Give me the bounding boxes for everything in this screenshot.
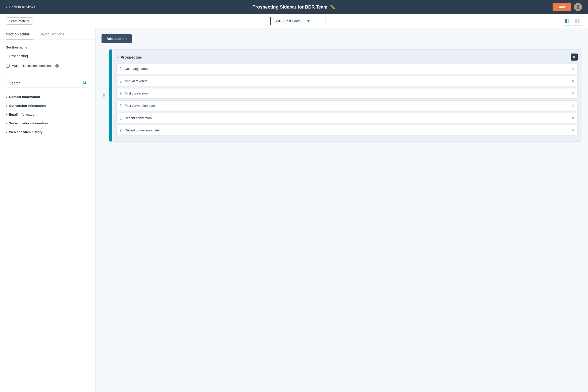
- svg-point-20: [120, 79, 121, 80]
- field-drag-icon: [120, 91, 123, 95]
- svg-point-42: [120, 119, 121, 120]
- dropdown-arrow-icon: ▾: [307, 18, 310, 24]
- category-web-analytics-history[interactable]: › Web analytics history: [6, 128, 89, 136]
- list-view-icon: [575, 19, 580, 23]
- field-drag-icon: [120, 79, 123, 83]
- svg-point-12: [103, 96, 104, 97]
- add-section-button[interactable]: Add section: [102, 34, 132, 43]
- svg-point-40: [120, 118, 121, 118]
- svg-point-48: [120, 131, 121, 132]
- right-panel: Add section ⌄: [95, 28, 588, 392]
- svg-point-29: [122, 93, 122, 94]
- left-panel: Section editor Saved Sections Section na…: [0, 28, 95, 392]
- svg-point-21: [122, 79, 122, 80]
- edit-title-icon[interactable]: ✏️: [330, 4, 335, 10]
- svg-point-16: [120, 68, 121, 69]
- back-arrow-icon: ‹: [6, 5, 7, 9]
- svg-point-45: [122, 129, 122, 129]
- svg-point-36: [120, 107, 121, 107]
- svg-point-28: [120, 93, 121, 94]
- svg-point-18: [120, 70, 121, 70]
- conditional-checkbox[interactable]: [6, 64, 10, 68]
- field-remove-first-conversion-date[interactable]: ✕: [571, 103, 574, 108]
- section-close-button[interactable]: ✕: [571, 54, 578, 61]
- chevron-right-icon: ›: [6, 95, 7, 99]
- sub-nav: Learn more ▾ BDR - East Coast ✕ ▾: [0, 14, 588, 28]
- top-nav-right: Save 👤: [553, 3, 582, 11]
- category-conversion-information[interactable]: › Conversion information: [6, 101, 89, 110]
- dropdown-area: BDR - East Coast ✕ ▾: [270, 17, 325, 25]
- back-to-views[interactable]: ‹ Back to all views: [6, 5, 35, 9]
- section-drag-handle[interactable]: [103, 93, 106, 98]
- page-title-area: Prospecting Sidebar for BDR Team ✏️: [252, 4, 335, 10]
- svg-point-9: [104, 93, 105, 94]
- svg-rect-1: [568, 19, 569, 21]
- chevron-right-icon: ›: [6, 122, 7, 125]
- svg-point-25: [122, 82, 122, 83]
- save-button[interactable]: Save: [553, 3, 571, 11]
- avatar: 👤: [574, 3, 582, 11]
- category-email-information[interactable]: › Email information: [6, 110, 89, 119]
- field-recent-conversion: Recent conversion ✕: [116, 113, 578, 123]
- svg-rect-0: [565, 19, 567, 23]
- section-card: ⌄ Prospecting ✕: [109, 49, 582, 142]
- section-name-label: Section name: [6, 45, 89, 49]
- section-name-input[interactable]: [6, 52, 89, 60]
- chevron-right-icon: ›: [6, 104, 7, 107]
- section-collapse-icon[interactable]: ⌄: [116, 55, 119, 59]
- learn-more-chevron-icon: ▾: [27, 19, 29, 23]
- svg-point-39: [122, 116, 122, 117]
- svg-rect-3: [575, 19, 577, 23]
- grid-view-icon: [565, 19, 570, 23]
- svg-point-10: [103, 95, 104, 96]
- field-remove-recent-conversion-date[interactable]: ✕: [571, 128, 574, 133]
- svg-point-34: [120, 105, 121, 106]
- svg-point-23: [122, 81, 122, 81]
- view-icon-list[interactable]: [573, 17, 582, 26]
- svg-rect-5: [578, 21, 579, 23]
- svg-point-37: [122, 107, 122, 107]
- view-icon-grid[interactable]: [563, 17, 572, 26]
- field-drag-icon: [120, 128, 123, 132]
- section-card-accent-bar: [109, 50, 112, 141]
- tab-section-editor[interactable]: Section editor: [6, 28, 33, 39]
- field-remove-first-conversion[interactable]: ✕: [571, 91, 574, 96]
- learn-more-button[interactable]: Learn more ▾: [6, 17, 32, 25]
- field-first-conversion: First conversion ✕: [116, 88, 578, 99]
- category-contact-information[interactable]: › Contact information: [6, 92, 89, 101]
- search-button[interactable]: [83, 81, 87, 86]
- field-remove-company-name[interactable]: ✕: [571, 66, 574, 71]
- category-social-media-information[interactable]: › Social media information: [6, 119, 89, 128]
- field-drag-icon: [120, 67, 123, 71]
- info-icon[interactable]: i: [55, 64, 59, 68]
- page-title: Prospecting Sidebar for BDR Team: [252, 5, 327, 10]
- svg-point-41: [122, 118, 122, 118]
- svg-point-11: [104, 95, 105, 96]
- field-annual-revenue: Annual revenue ✕: [116, 76, 578, 86]
- search-input[interactable]: [6, 79, 89, 87]
- field-remove-recent-conversion[interactable]: ✕: [571, 116, 574, 120]
- svg-point-19: [122, 70, 122, 70]
- tab-saved-sections[interactable]: Saved Sections: [39, 28, 68, 39]
- svg-point-31: [122, 94, 122, 95]
- field-first-conversion-date: First conversion date ✕: [116, 101, 578, 111]
- svg-point-8: [103, 93, 104, 94]
- field-company-name: Company name ✕: [116, 64, 578, 74]
- field-remove-annual-revenue[interactable]: ✕: [571, 79, 574, 83]
- svg-point-33: [122, 104, 122, 105]
- tag-remove-icon[interactable]: ✕: [301, 19, 304, 23]
- dropdown-tag: BDR - East Coast ✕: [273, 19, 306, 23]
- section-card-wrapper: ⌄ Prospecting ✕: [102, 49, 582, 142]
- left-panel-content: Section name Make this section condition…: [0, 39, 95, 392]
- search-box: [6, 79, 89, 87]
- chevron-right-icon: ›: [6, 113, 7, 116]
- svg-rect-2: [568, 21, 569, 23]
- field-drag-icon: [120, 116, 123, 120]
- svg-point-47: [122, 130, 122, 131]
- svg-point-30: [120, 94, 121, 95]
- team-dropdown[interactable]: BDR - East Coast ✕ ▾: [270, 17, 325, 25]
- section-card-title-row: ⌄ Prospecting ✕: [116, 54, 578, 61]
- drag-dots-icon: [103, 93, 106, 98]
- svg-point-44: [120, 129, 121, 129]
- divider: [6, 74, 89, 74]
